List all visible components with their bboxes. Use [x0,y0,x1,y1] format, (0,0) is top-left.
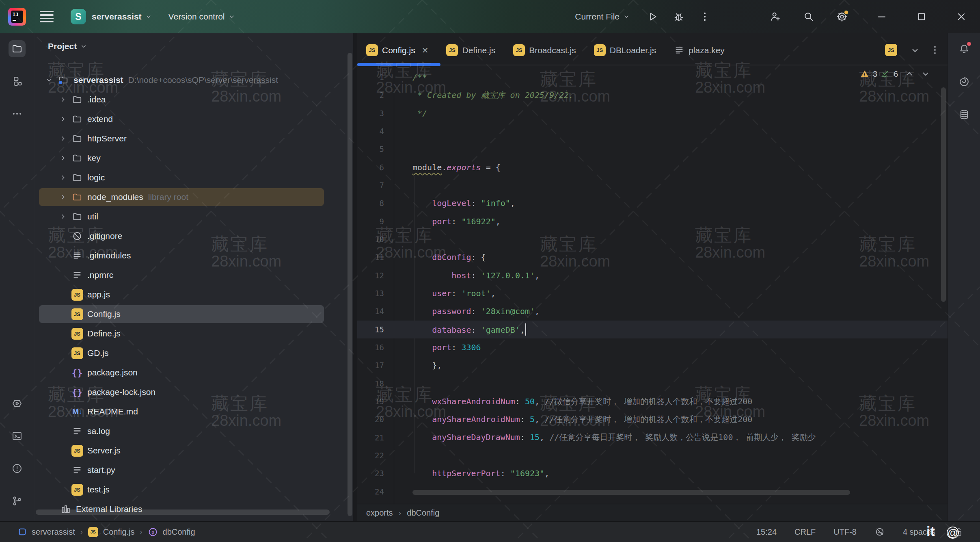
problems-icon[interactable] [9,460,26,477]
tree-item-Config.js[interactable]: JSConfig.js [34,304,353,324]
editor-horizontal-scrollbar[interactable] [412,490,850,495]
tree-item-package-lock.json[interactable]: {}package-lock.json [34,382,353,402]
panel-splitter[interactable] [353,33,357,521]
chevron-right-icon[interactable] [58,153,68,163]
tab-DBLoader.js[interactable]: JSDBLoader.js [585,33,665,67]
line-number[interactable]: 13 [357,289,394,298]
chevron-right-icon[interactable] [58,192,68,202]
project-avatar[interactable]: S [71,9,86,24]
status-widget-CRLF[interactable]: CRLF [794,527,816,537]
main-menu-icon[interactable] [40,11,54,23]
maximize-icon[interactable] [913,9,930,25]
code-line-22[interactable]: 22 [357,447,948,464]
chevron-right-icon[interactable] [58,114,68,124]
line-number[interactable]: 8 [357,199,394,208]
ai-assistant-icon[interactable] [956,73,973,90]
status-nav-serverassist[interactable]: serverassist [18,527,75,537]
tab-Config.js[interactable]: JSConfig.js✕ [357,33,437,67]
tab-Broadcast.js[interactable]: JSBroadcast.js [504,33,585,67]
next-problem-icon[interactable] [921,69,930,79]
inspections-widget[interactable]: 3 6 [860,69,930,79]
line-number[interactable]: 6 [357,163,394,172]
tree-item-test.js[interactable]: JStest.js [34,480,353,499]
run-play-icon[interactable] [645,9,661,25]
tree-item-.gitmodules[interactable]: .gitmodules [34,246,353,265]
line-number[interactable]: 7 [357,181,394,190]
code-line-23[interactable]: 23 httpServerPort: "16923", [357,464,948,482]
line-number[interactable]: 12 [357,271,394,280]
structure-icon[interactable] [9,73,26,90]
tree-item-GD.js[interactable]: JSGD.js [34,343,353,363]
run-configuration[interactable]: Current File [575,12,620,22]
code-line-6[interactable]: 6module.exports = { [357,158,948,176]
line-number[interactable]: 24 [357,487,394,496]
database-icon[interactable] [956,106,973,123]
line-number[interactable]: 3 [357,109,394,118]
line-number[interactable]: 22 [357,451,394,460]
previous-problem-icon[interactable] [904,69,914,79]
close-tab-icon[interactable]: ✕ [422,46,429,55]
tree-item-Define.js[interactable]: JSDefine.js [34,324,353,343]
tree-item-util[interactable]: util [34,207,353,226]
code-line-9[interactable]: 9 port: "16922", [357,212,948,230]
line-number[interactable]: 20 [357,415,394,424]
code-line-12[interactable]: 12 host: '127.0.0.1', [357,267,948,284]
chevron-right-icon[interactable] [58,172,68,183]
tree-item-ExternalLibraries[interactable]: External Libraries [34,499,353,519]
tree-item-.idea[interactable]: .idea [34,90,353,109]
status-widget-4spaces[interactable]: 4 spaces [903,527,935,537]
code-line-2[interactable]: 2 * Created by 藏宝库 on 2025/9/22. [357,86,948,104]
project-name[interactable]: serverassist [92,12,142,22]
notifications-bell-icon[interactable] [956,40,973,57]
services-play-icon[interactable] [9,395,26,412]
tree-item-httpServer[interactable]: httpServer [34,129,353,148]
git-branch-icon[interactable] [9,492,26,509]
hidden-tab-js-icon[interactable]: JS [885,44,897,56]
tree-item-.gitignore[interactable]: .gitignore [34,226,353,246]
tree-item-Server.js[interactable]: JSServer.js [34,441,353,460]
editor-vertical-scrollbar[interactable] [941,87,946,302]
code-line-17[interactable]: 17 }, [357,356,948,374]
close-icon[interactable] [953,9,969,25]
tab-Define.js[interactable]: JSDefine.js [437,33,504,67]
code-line-4[interactable]: 4 [357,122,948,140]
breadcrumb-item[interactable]: dbConfig [407,508,439,518]
code-line-8[interactable]: 8 logLevel: "info", [357,194,948,212]
tree-item-node_modules[interactable]: node_moduleslibrary root [34,187,353,207]
line-number[interactable]: 23 [357,469,394,478]
tree-item-sa.log[interactable]: sa.log [34,421,353,441]
debug-bug-icon[interactable] [671,9,687,25]
line-number[interactable]: 2 [357,91,394,100]
chevron-right-icon[interactable] [58,94,68,105]
more-vertical-icon[interactable] [697,9,713,25]
line-number[interactable]: 4 [357,127,394,136]
tree-item-app.js[interactable]: JSapp.js [34,285,353,304]
project-vertical-scrollbar[interactable] [348,53,352,516]
code-line-3[interactable]: 3 */ [357,104,948,122]
code-line-10[interactable]: 10 [357,230,948,248]
settings-gear-icon[interactable] [834,9,850,25]
line-number[interactable]: 16 [357,343,394,352]
status-nav-Config.js[interactable]: JSConfig.js [88,527,135,537]
more-horizontal-icon[interactable] [9,105,26,122]
tree-item-package.json[interactable]: {}package.json [34,363,353,382]
add-user-icon[interactable] [767,9,784,25]
line-number[interactable]: 17 [357,361,394,370]
code-line-21[interactable]: 21 anyShareDayDrawNum: 15, //任意分享每日开奖时， … [357,429,948,447]
line-number[interactable]: 18 [357,379,394,388]
tree-item-logic[interactable]: logic [34,168,353,187]
line-number[interactable]: 15 [357,325,394,334]
code-line-7[interactable]: 7 [357,176,948,194]
project-view-header[interactable]: Project [48,40,87,53]
tree-item-extend[interactable]: extend [34,109,353,129]
line-number[interactable]: 1 [357,73,394,82]
chevron-right-icon[interactable] [58,211,68,222]
highlight-off-icon[interactable] [874,527,885,537]
code-line-11[interactable]: 11 dbConfig: { [357,248,948,266]
editor-area[interactable]: JSConfig.js✕JSDefine.jsJSBroadcast.jsJSD… [357,33,948,521]
code-line-1[interactable]: 1/** [357,68,948,86]
status-widget-1524[interactable]: 15:24 [756,527,777,537]
tabs-chevron-down-icon[interactable] [910,46,920,55]
line-number[interactable]: 14 [357,307,394,316]
line-number[interactable]: 21 [357,433,394,442]
